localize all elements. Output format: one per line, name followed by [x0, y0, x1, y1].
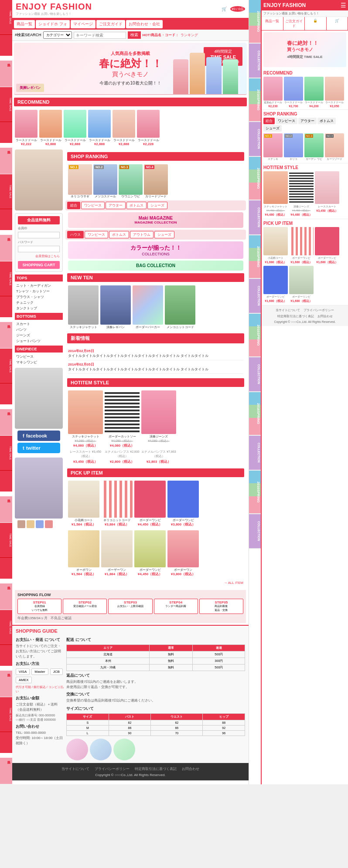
rp-rank-2[interactable]: NO.2 ネリコ: [284, 133, 303, 161]
swatch-pink[interactable]: [45, 520, 53, 528]
recommend-item-3[interactable]: ラースドドール ¥2,888: [64, 110, 86, 146]
tops-item-tshirt[interactable]: Tシャツ・カットソー: [15, 288, 63, 294]
bottoms-item-shorts[interactable]: ショートパンツ: [15, 338, 63, 344]
recommend-item-6[interactable]: ラースドドール ¥2,228: [137, 110, 160, 146]
rp-footer-link-contact[interactable]: お問合わせ: [317, 314, 333, 319]
hotitem-6[interactable]: エナメルパンプス ¥7,863（税込） ¥2,803（税込）: [141, 450, 176, 464]
rp-pu-2[interactable]: ボーダーワンピ ¥1,680（税込）: [289, 227, 314, 264]
rp-pu-1[interactable]: 小花柄コート ¥1,680（税込）: [263, 227, 288, 264]
cat-tab-outer[interactable]: アウター: [106, 202, 126, 209]
rp-rec-1[interactable]: 追加ぬドドール ¥2,230: [263, 77, 283, 108]
timesale-banner-2[interactable]: TIME SALE: [0, 87, 12, 122]
footer-link-about[interactable]: 当サイトについて: [61, 766, 89, 771]
cart-pass-input[interactable]: [18, 246, 60, 252]
bottoms-item-jeans[interactable]: ジーンズ: [15, 332, 63, 338]
cat-tab-total[interactable]: 総合: [67, 202, 80, 209]
nav-item-mypage[interactable]: マイページ: [71, 20, 96, 28]
rp-rank-tab-shoes[interactable]: シューズ: [263, 125, 282, 132]
rp-hi-3[interactable]: レーススカート ¥3,450（税込）: [315, 171, 339, 217]
rp-rec-3[interactable]: ラースドドール ¥4,200: [304, 77, 324, 108]
pickup-8[interactable]: ボーダーワン ¥3,800（税込）: [167, 530, 199, 576]
cat-tab-shoes[interactable]: シューズ: [147, 202, 167, 209]
nav-tab-onepiece[interactable]: ワンピース: [85, 231, 108, 238]
cat-tab-bottoms[interactable]: ボトムス: [126, 202, 147, 209]
footer-link-law[interactable]: 特定商取引法に基づく表記: [135, 766, 177, 771]
rp-hero-banner[interactable]: 春に絶対！！ 買うべきモノ 4時間限定 TIME SALE: [263, 32, 346, 67]
pickup-4[interactable]: ボーダーワンピ ¥3,800（税込）: [167, 481, 199, 527]
timesale-banner-4[interactable]: TIME SALE: [0, 261, 12, 296]
recommend-item-4[interactable]: ラースドドール ¥2,888: [88, 110, 111, 146]
tops-item-tank[interactable]: タンクトップ: [15, 305, 63, 311]
rp-hi-2[interactable]: 演奏ジーンズ ¥4,450（税込） ¥4,480（税込）: [289, 171, 314, 217]
search-button[interactable]: 検索: [128, 31, 141, 39]
ranking-item-1[interactable]: NO.1 ネリコ ウサギ: [68, 164, 92, 198]
bag-banner[interactable]: BAG COLLECTION: [68, 261, 243, 271]
new-item-2[interactable]: 演奏レギパン: [100, 285, 131, 329]
rp-nav-cart-icon[interactable]: 🔒: [305, 17, 327, 30]
pickup-3[interactable]: ボーダーワンピ ¥4,450（税込）: [134, 481, 166, 527]
rp-nav-catalog[interactable]: 商品一覧: [262, 17, 283, 30]
cat-tab-onepiece[interactable]: ワンピース: [81, 202, 105, 209]
hotitem-1[interactable]: ステッキジャケット ¥4,080（税込） ¥4,080（税込）: [68, 390, 103, 448]
hotitem-5[interactable]: エナメルパンプス ¥2,800（税込） ¥2,800（税込）: [105, 450, 140, 464]
rp-footer-link-privacy[interactable]: プライバシーポリシー: [304, 308, 334, 312]
new-item-4[interactable]: メンコニットコード: [165, 285, 195, 329]
all-items-link[interactable]: → ALL ITEM: [65, 578, 246, 587]
rp-rank-tab-total[interactable]: 総合: [263, 118, 275, 124]
search-input[interactable]: [74, 32, 126, 39]
pickup-7[interactable]: ボーダーワンピ ¥4,450（税込）: [134, 530, 166, 576]
rp-hi-1[interactable]: ステッキジャケット ¥4,450（税込） ¥4,480（税込）: [263, 171, 288, 217]
pickup-5[interactable]: オーボワン ¥1,584（税込）: [68, 530, 99, 576]
nav-tab-bottoms[interactable]: ボトムス: [109, 231, 129, 238]
rp-rank-1[interactable]: NO.1 ステッキ: [263, 133, 283, 161]
forgot-link[interactable]: 会員登録はこちら: [18, 254, 60, 258]
recommend-item-5[interactable]: ラースドドール ¥2,888: [113, 110, 135, 146]
rp-nav-cart[interactable]: 🛒: [327, 17, 348, 30]
hotitem-3[interactable]: 演奏ジーンズ ¥4,080（税込）: [141, 390, 176, 448]
nav-item-guide[interactable]: ショイドホ フォ: [36, 20, 70, 28]
pickup-2[interactable]: ネリコニットコード ¥3,884（税込）: [101, 481, 133, 527]
cart-icon[interactable]: 🛒: [222, 7, 227, 11]
pickup-1[interactable]: 小花柄コート ¥1,584（税込）: [68, 481, 99, 527]
twitter-button[interactable]: t twitter: [17, 443, 60, 453]
footer-link-contact[interactable]: お問合わせ: [182, 766, 199, 771]
nav-item-contact[interactable]: お問合わせ・会社: [126, 20, 163, 28]
onepiece-item-2[interactable]: マキシワンピ: [15, 359, 63, 365]
rp-rank-4[interactable]: NO.4 カーツゾード: [325, 133, 344, 161]
timesale-banner-6[interactable]: TIME SALE: [0, 436, 12, 471]
nav-item-order[interactable]: ご注文ガイド: [96, 20, 125, 28]
rp-footer-link-law[interactable]: 特定商取引法に基づく表記: [277, 314, 314, 319]
hotitem-4[interactable]: レーススカート ¥3,450（税込） ¥3,450（税込）: [68, 450, 103, 464]
timesale-banner-5[interactable]: TIME SALE: [0, 349, 12, 383]
rp-footer-link-about[interactable]: 当サイトについて: [276, 308, 300, 312]
bottoms-item-skirt[interactable]: スカート: [15, 321, 63, 327]
tops-item-blouse[interactable]: ブラウス・シャツ: [15, 294, 63, 300]
nav-tab-outum[interactable]: アウトウム: [130, 231, 154, 238]
timesale-banner-8[interactable]: TIME SALE: [0, 610, 12, 645]
rp-pu-5[interactable]: ボーダーリンビ ¥1,680（税込）: [289, 266, 314, 303]
tops-item-knit[interactable]: ニット・カーディガン: [15, 283, 63, 288]
hotitem-2[interactable]: ボーダーカットソー ¥4,080（税込） ¥4,080（税込）: [105, 390, 140, 448]
hero-banner[interactable]: 人気商品を多数掲載 春に絶対！！ 買うべきモノ 今週のおすすめ10着大公開！！ …: [14, 43, 247, 95]
rp-rank-3[interactable]: NO.3 ガーデン ワビ: [304, 133, 324, 161]
rp-rank-tab-onepiece[interactable]: ワンピース: [276, 118, 297, 124]
category-select[interactable]: カテゴリー: [43, 31, 72, 39]
site-logo[interactable]: ENJOY FASHION: [16, 2, 92, 12]
news-title-2[interactable]: タイトルタイトルタイトルタイトルタイトルタイトルタイトルタイトル タイトルタイト…: [68, 367, 243, 372]
bottoms-item-pants[interactable]: パンツ: [15, 327, 63, 332]
ranking-item-3[interactable]: NO.3 ウワニン ワビ: [119, 164, 143, 198]
new-item-3[interactable]: ボーダーパーカー: [133, 285, 163, 329]
swatch-blue[interactable]: [36, 520, 44, 528]
news-title-1[interactable]: タイトルタイトルタイトルタイトルタイトルタイトルタイトルタイトル タイトルタイト…: [68, 353, 243, 358]
rp-nav-guide[interactable]: ご注文ガイド: [283, 17, 305, 30]
nav-tab-house[interactable]: ハウス: [67, 231, 84, 238]
color-banner[interactable]: カラーが揃った！！ COLLECTIONS: [68, 241, 243, 259]
swatch-beige[interactable]: [27, 520, 34, 528]
timesale-banner-1[interactable]: TIME SALE: [0, 0, 12, 35]
nav-tab-shoes[interactable]: シューズ: [154, 231, 174, 238]
rp-rec-4[interactable]: ラースドドール ¥2,050: [325, 77, 344, 108]
rp-pu-4[interactable]: ボーダーリンビ ¥1,680（税込）: [263, 266, 288, 303]
recommend-item-2[interactable]: ラースドドール ¥2,888: [39, 110, 62, 146]
rp-rec-2[interactable]: ラースドドール ¥2,700: [284, 77, 303, 108]
tops-item-tunic[interactable]: チュニック: [15, 300, 63, 305]
